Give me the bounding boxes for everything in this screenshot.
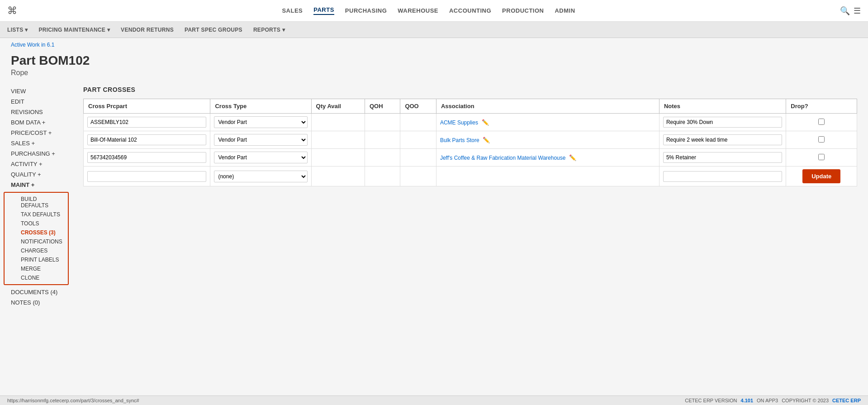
sidebar-item-build-defaults[interactable]: BUILD DEFAULTS <box>5 195 68 210</box>
update-button[interactable]: Update <box>802 169 840 183</box>
sidebar-item-purchasing[interactable]: PURCHASING + <box>0 148 72 159</box>
col-header-qoo: QOO <box>400 99 436 114</box>
sidebar-item-revisions[interactable]: REVISIONS <box>0 107 72 117</box>
col-header-qty-avail: Qty Avail <box>311 99 365 114</box>
nav-warehouse[interactable]: WAREHOUSE <box>398 7 438 14</box>
logo: ⌘ <box>7 5 17 17</box>
sidebar-item-tax-defaults[interactable]: TAX DEFAULTS <box>5 210 68 219</box>
row3-qty-avail <box>311 149 365 167</box>
nav-admin[interactable]: ADMIN <box>555 7 575 14</box>
row3-cross-type[interactable]: Vendor Part Manufacturer Part (none) <box>214 152 307 163</box>
new-cross-type[interactable]: (none) Vendor Part Manufacturer Part <box>214 171 307 182</box>
active-work-link[interactable]: Active Work in 6.1 <box>0 38 868 50</box>
row3-cross-prcpart[interactable] <box>87 152 206 163</box>
sidebar-item-charges[interactable]: CHARGES <box>5 246 68 255</box>
new-association <box>436 167 659 186</box>
col-header-drop: Drop? <box>786 99 857 114</box>
row1-notes[interactable] <box>663 117 782 128</box>
row2-association-link[interactable]: Bulk Parts Store <box>440 137 479 143</box>
sidebar-item-notes[interactable]: NOTES (0) <box>0 297 72 308</box>
nav-production[interactable]: PRODUCTION <box>502 7 544 14</box>
row1-qoo <box>400 114 436 131</box>
row3-qoh <box>365 149 400 167</box>
row2-qoo <box>400 131 436 149</box>
col-header-qoh: QOH <box>365 99 400 114</box>
row2-qty-avail <box>311 131 365 149</box>
top-nav-right: 🔍 ☰ <box>840 6 861 16</box>
new-qty-avail <box>311 167 365 186</box>
row2-drop-checkbox[interactable] <box>818 136 825 143</box>
row3-association-link[interactable]: Jeff's Coffee & Raw Fabrication Material… <box>440 155 566 161</box>
new-table-row: (none) Vendor Part Manufacturer Part Upd… <box>84 167 857 186</box>
row1-drop-checkbox[interactable] <box>818 119 825 125</box>
content-area: PART CROSSES Cross Prcpart Cross Type Qt… <box>72 79 868 315</box>
sidebar-item-quality[interactable]: QUALITY + <box>0 169 72 180</box>
sidebar-item-notifications[interactable]: NOTIFICATIONS <box>5 237 68 246</box>
subnav-pricing-maintenance[interactable]: PRICING MAINTENANCE ▾ <box>38 27 110 33</box>
crosses-table: Cross Prcpart Cross Type Qty Avail QOH Q… <box>83 99 857 186</box>
new-cross-prcpart[interactable] <box>87 171 206 182</box>
page-subtitle: Rope <box>11 69 857 77</box>
new-qoo <box>400 167 436 186</box>
search-button[interactable]: 🔍 <box>840 6 850 16</box>
table-row: Vendor Part Manufacturer Part (none) Jef… <box>84 149 857 167</box>
row1-association-link[interactable]: ACME Supplies <box>440 119 478 126</box>
col-header-cross-type: Cross Type <box>210 99 311 114</box>
table-row: Vendor Part Manufacturer Part (none) Bul… <box>84 131 857 149</box>
row1-association-edit-icon[interactable]: ✏️ <box>482 119 489 126</box>
col-header-association: Association <box>436 99 659 114</box>
sidebar-item-activity[interactable]: ACTIVITY + <box>0 159 72 169</box>
sidebar-item-tools[interactable]: TOOLS <box>5 219 68 228</box>
page-title: Part BOM102 <box>11 53 857 68</box>
top-nav-links: SALES PARTS PURCHASING WAREHOUSE ACCOUNT… <box>282 6 575 15</box>
new-qoh <box>365 167 400 186</box>
top-navigation: ⌘ SALES PARTS PURCHASING WAREHOUSE ACCOU… <box>0 0 868 22</box>
sub-navigation: LISTS ▾ PRICING MAINTENANCE ▾ VENDOR RET… <box>0 22 868 38</box>
row2-cross-type[interactable]: Vendor Part Manufacturer Part (none) <box>214 134 307 146</box>
col-header-notes: Notes <box>659 99 786 114</box>
sidebar-item-maint[interactable]: MAINT + <box>0 180 72 190</box>
sidebar-item-view[interactable]: VIEW <box>0 86 72 96</box>
row2-cross-prcpart[interactable] <box>87 134 206 145</box>
row3-qoo <box>400 149 436 167</box>
row2-qoh <box>365 131 400 149</box>
row2-notes[interactable] <box>663 134 782 145</box>
nav-sales[interactable]: SALES <box>282 7 303 14</box>
main-layout: VIEW EDIT REVISIONS BOM DATA + PRICE/COS… <box>0 79 868 315</box>
maint-submenu-box: BUILD DEFAULTS TAX DEFAULTS TOOLS CROSSE… <box>4 192 69 285</box>
row1-qty-avail <box>311 114 365 131</box>
subnav-part-spec-groups[interactable]: PART SPEC GROUPS <box>185 27 242 33</box>
nav-parts[interactable]: PARTS <box>313 6 334 15</box>
sidebar-item-sales[interactable]: SALES + <box>0 138 72 148</box>
row2-association-edit-icon[interactable]: ✏️ <box>483 137 490 143</box>
sidebar-item-documents[interactable]: DOCUMENTS (4) <box>0 287 72 297</box>
row3-drop-checkbox[interactable] <box>818 154 825 160</box>
subnav-vendor-returns[interactable]: VENDOR RETURNS <box>121 27 174 33</box>
nav-purchasing[interactable]: PURCHASING <box>345 7 387 14</box>
sidebar-item-print-labels[interactable]: PRINT LABELS <box>5 255 68 264</box>
sidebar-item-merge[interactable]: MERGE <box>5 264 68 273</box>
row3-notes[interactable] <box>663 152 782 163</box>
sidebar: VIEW EDIT REVISIONS BOM DATA + PRICE/COS… <box>0 79 72 315</box>
sidebar-item-clone[interactable]: CLONE <box>5 273 68 282</box>
menu-button[interactable]: ☰ <box>854 6 861 16</box>
subnav-lists[interactable]: LISTS ▾ <box>7 27 28 33</box>
row1-cross-type[interactable]: Vendor Part Manufacturer Part (none) <box>214 116 307 128</box>
table-row: Vendor Part Manufacturer Part (none) ACM… <box>84 114 857 131</box>
sidebar-item-price-cost[interactable]: PRICE/COST + <box>0 128 72 138</box>
row1-qoh <box>365 114 400 131</box>
logo-icon: ⌘ <box>7 5 17 17</box>
col-header-cross-prcpart: Cross Prcpart <box>84 99 210 114</box>
section-title: PART CROSSES <box>83 86 857 93</box>
row3-association-edit-icon[interactable]: ✏️ <box>569 154 576 161</box>
subnav-reports[interactable]: REPORTS ▾ <box>253 27 285 33</box>
sidebar-item-edit[interactable]: EDIT <box>0 96 72 107</box>
page-header: Part BOM102 Rope <box>0 50 868 79</box>
sidebar-item-crosses[interactable]: CROSSES (3) <box>5 228 68 237</box>
nav-accounting[interactable]: ACCOUNTING <box>449 7 491 14</box>
new-notes[interactable] <box>663 171 782 182</box>
row1-cross-prcpart[interactable] <box>87 117 206 128</box>
sidebar-item-bom-data[interactable]: BOM DATA + <box>0 117 72 128</box>
